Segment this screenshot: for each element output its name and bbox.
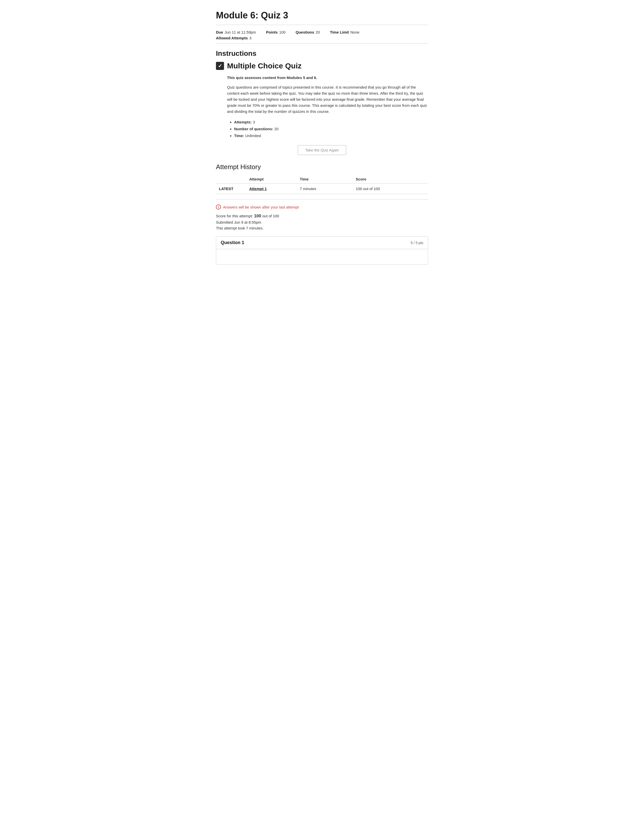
points-meta: Points 100 (266, 30, 286, 34)
questions-value: 20 (316, 30, 320, 34)
allowed-attempts-label: Allowed Attempts (216, 36, 248, 40)
allowed-attempts-meta: Allowed Attempts 3 (216, 36, 251, 40)
attempt-history-title: Attempt History (216, 163, 428, 171)
attempt-took-line: This attempt took 7 minutes. (216, 226, 428, 230)
time-limit-label: Time Limit (330, 30, 349, 34)
bullet-time-label: Time: (234, 133, 244, 138)
take-quiz-again-button[interactable]: Take the Quiz Again (298, 145, 346, 155)
bullet-time-value: Unlimited (245, 133, 261, 138)
points-value: 100 (279, 30, 285, 34)
answers-notice-text: Answers will be shown after your last at… (223, 205, 299, 209)
question-1-card: Question 1 5 / 5 pts (216, 236, 428, 265)
attempt-history-table: Attempt Time Score LATEST Attempt 1 7 mi… (216, 175, 428, 194)
attempt-row-attempt[interactable]: Attempt 1 (246, 183, 297, 194)
instructions-title: Instructions (216, 50, 428, 58)
quiz-body-text: Quiz questions are comprised of topics p… (227, 84, 428, 114)
question-1-number: Question 1 (221, 240, 244, 245)
divider-3 (216, 199, 428, 199)
question-1-pts: 5 / 5 pts (411, 241, 423, 245)
meta-row-2: Allowed Attempts 3 (216, 36, 428, 40)
notice-icon: ! (216, 204, 221, 209)
bullet-time: Time: Unlimited (234, 132, 428, 139)
due-meta: Due Jun 11 at 11:59pm (216, 30, 256, 34)
col-score-header: Score (353, 175, 428, 183)
bullet-attempts-value: 3 (253, 120, 255, 124)
table-header-row: Attempt Time Score (216, 175, 428, 183)
points-label: Points (266, 30, 278, 34)
col-time-header: Time (297, 175, 353, 183)
attempt-row-label: LATEST (216, 183, 246, 194)
questions-label: Questions (295, 30, 314, 34)
question-1-header: Question 1 5 / 5 pts (216, 236, 428, 249)
submitted-line: Submitted Jun 9 at 8:55pm (216, 220, 428, 224)
score-bold-value: 100 (254, 214, 261, 218)
allowed-attempts-value: 3 (249, 36, 251, 40)
due-label: Due (216, 30, 223, 34)
bullet-questions-value: 20 (274, 127, 279, 131)
answers-notice: ! Answers will be shown after your last … (216, 204, 428, 209)
bullet-attempts: Attempts: 3 (234, 119, 428, 125)
take-quiz-btn-wrapper: Take the Quiz Again (216, 145, 428, 155)
attempt-row-time: 7 minutes (297, 183, 353, 194)
checkbox-icon (216, 62, 224, 70)
page-title: Module 6: Quiz 3 (216, 10, 428, 21)
bullet-questions: Number of questions: 20 (234, 125, 428, 132)
quiz-title-row: Multiple Choice Quiz (216, 61, 428, 70)
divider-1 (216, 25, 428, 25)
quiz-bold-intro: This quiz assesses content from Modules … (227, 75, 428, 81)
divider-2 (216, 43, 428, 43)
bullet-attempts-label: Attempts: (234, 120, 252, 124)
meta-row-1: Due Jun 11 at 11:59pm Points 100 Questio… (216, 30, 428, 34)
due-value: Jun 11 at 11:59pm (224, 30, 256, 34)
attempt-row-score: 100 out of 100 (353, 183, 428, 194)
score-suffix: out of 100 (262, 214, 279, 218)
question-1-body (216, 249, 428, 264)
quiz-bullets: Attempts: 3 Number of questions: 20 Time… (227, 119, 428, 139)
time-limit-value: None (350, 30, 359, 34)
score-prefix: Score for this attempt: (216, 214, 253, 218)
score-line: Score for this attempt: 100 out of 100 (216, 214, 428, 219)
col-empty (216, 175, 246, 183)
questions-meta: Questions 20 (295, 30, 320, 34)
quiz-body: This quiz assesses content from Modules … (227, 75, 428, 139)
bullet-questions-label: Number of questions: (234, 127, 273, 131)
table-row: LATEST Attempt 1 7 minutes 100 out of 10… (216, 183, 428, 194)
quiz-title: Multiple Choice Quiz (227, 61, 301, 70)
time-limit-meta: Time Limit None (330, 30, 360, 34)
col-attempt-header: Attempt (246, 175, 297, 183)
